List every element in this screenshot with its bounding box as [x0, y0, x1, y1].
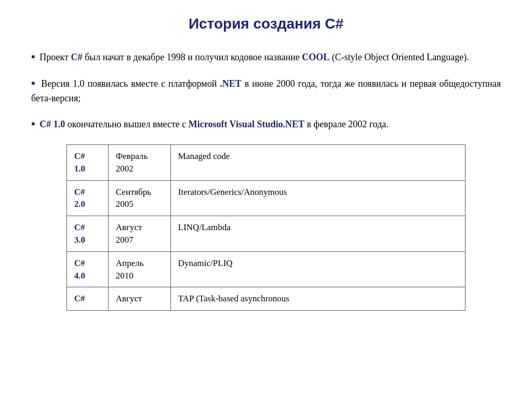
table-row: C#1.0 Февраль2002 Managed code — [66, 145, 465, 181]
version-cell: C#2.0 — [66, 180, 108, 216]
version-label: C#2.0 — [74, 187, 85, 209]
date-cell: Август — [108, 287, 170, 311]
bullet-2-text: Версия 1.0 появилась вместе с платформой… — [31, 78, 501, 103]
csharp-10-ref: C# 1.0 — [39, 119, 65, 129]
bullet-1-text: Проект C# был начат в декабре 1998 и пол… — [39, 52, 469, 62]
feature-cell: Dynamic/PLIQ — [170, 251, 465, 287]
version-label: C#4.0 — [74, 258, 85, 281]
table-row: C#2.0 Сентябрь2005 Iterators/Generics/An… — [66, 180, 465, 216]
bullet-2: Версия 1.0 появилась вместе с платформой… — [31, 74, 501, 105]
date-cell: Февраль2002 — [108, 145, 170, 181]
bullet-3: C# 1.0 окончательно вышел вместе с Micro… — [31, 115, 501, 132]
feature-cell: Managed code — [170, 145, 465, 181]
versions-table-container: C#1.0 Февраль2002 Managed code C#2.0 Сен… — [31, 144, 501, 311]
version-label: C# — [74, 294, 85, 303]
version-label: C#1.0 — [74, 151, 85, 174]
page-title: История создания C# — [31, 16, 501, 32]
version-cell: C# — [66, 287, 108, 311]
cool-ref: COOL — [302, 52, 329, 62]
table-row: C#4.0 Апрель2010 Dynamic/PLIQ — [66, 251, 465, 287]
version-label: C#3.0 — [74, 222, 85, 245]
feature-cell: LINQ/Lambda — [170, 216, 465, 252]
feature-cell: TAP (Task-based asynchronous — [170, 287, 465, 311]
version-cell: C#3.0 — [66, 216, 108, 252]
versions-table: C#1.0 Февраль2002 Managed code C#2.0 Сен… — [66, 144, 466, 311]
feature-cell: Iterators/Generics/Anonymous — [170, 180, 465, 216]
csharp-ref-1: C# — [71, 52, 82, 62]
table-row: C#3.0 Август2007 LINQ/Lambda — [66, 216, 465, 252]
bullet-3-text: C# 1.0 окончательно вышел вместе с Micro… — [39, 119, 389, 129]
date-cell: Сентябрь2005 — [108, 180, 170, 216]
dotnet-ref: .NET — [220, 78, 242, 89]
table-row: C# Август TAP (Task-based asynchronous — [66, 287, 465, 311]
vs-net-ref: Microsoft Visual Studio.NET — [189, 119, 304, 129]
version-cell: C#4.0 — [66, 251, 108, 287]
date-cell: Август2007 — [108, 216, 170, 252]
bullet-1: Проект C# был начат в декабре 1998 и пол… — [31, 48, 501, 65]
version-cell: C#1.0 — [66, 145, 108, 181]
date-cell: Апрель2010 — [108, 251, 170, 287]
